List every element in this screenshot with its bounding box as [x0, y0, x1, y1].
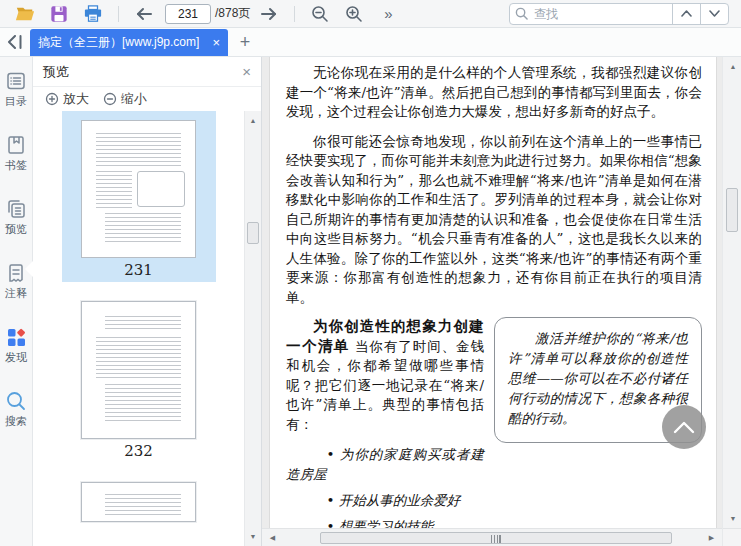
chevron-double-right-icon: »: [384, 6, 392, 21]
open-file-button[interactable]: [13, 2, 37, 26]
tab-title: 搞定（全三册）[www.j9p.com]: [38, 34, 206, 51]
document-view: 无论你现在采用的是什么样的个人管理系统，我都强烈建议你创建一个“将来/也许”清单…: [262, 57, 722, 546]
document-page: 无论你现在采用的是什么样的个人管理系统，我都强烈建议你创建一个“将来/也许”清单…: [270, 57, 716, 528]
horizontal-scrollbar[interactable]: ◀ ▶: [262, 528, 722, 546]
find-previous-button[interactable]: [673, 4, 700, 24]
page-number-input[interactable]: [165, 4, 211, 24]
floppy-save-icon: [50, 5, 68, 23]
zoom-in-button[interactable]: [342, 2, 366, 26]
vertical-scrollbar[interactable]: ▲ ▼: [722, 57, 741, 546]
active-panel-notch: [25, 261, 33, 277]
more-tools-button[interactable]: »: [376, 2, 400, 26]
sidebar-item-label: 目录: [5, 94, 27, 109]
zoom-out-label: 缩小: [121, 90, 147, 108]
arrow-left-icon: [135, 7, 153, 21]
close-icon[interactable]: ×: [242, 64, 251, 79]
sidebar-item-search[interactable]: 搜索: [0, 390, 32, 446]
toc-icon: [5, 70, 27, 92]
magnifier-minus-icon: [311, 5, 329, 23]
collapse-tabs-button[interactable]: [0, 28, 30, 56]
navigation-sidebar: 目录 书签 预览: [0, 57, 33, 546]
scroll-down-arrow[interactable]: ▼: [245, 529, 261, 544]
search-icon: [510, 4, 532, 24]
annotation-page-icon: [5, 262, 27, 284]
list-item: 想要学习的技能: [286, 516, 702, 528]
page-total-label: /878页: [215, 5, 250, 22]
preview-panel-title: 预览: [43, 63, 242, 81]
thumbnail-page-image: [81, 482, 196, 522]
sidebar-item-preview[interactable]: 预览: [0, 198, 32, 254]
preview-panel-header: 预览 ×: [33, 57, 261, 87]
thumbnail-item[interactable]: 232: [62, 292, 216, 463]
scrollbar-corner: [723, 528, 741, 546]
sidebar-item-label: 书签: [5, 158, 27, 173]
thumbnail-zoom-out-button[interactable]: 缩小: [103, 90, 147, 108]
scroll-right-arrow[interactable]: ▶: [703, 530, 720, 546]
toolbar-separator: [294, 6, 295, 22]
preview-pages-icon: [5, 198, 27, 220]
sidebar-item-label: 注释: [5, 286, 27, 301]
new-tab-button[interactable]: +: [228, 28, 262, 56]
circle-plus-icon: [45, 92, 59, 106]
thumbnail-page-number: 231: [62, 261, 216, 279]
back-to-top-button[interactable]: [662, 405, 706, 449]
print-button[interactable]: [81, 2, 105, 26]
paragraph: 你很可能还会惊奇地发现，你以前列在这个清单上的一些事情已经快要实现了，而你可能并…: [286, 132, 702, 308]
find-bar: [509, 3, 729, 25]
chevron-down-icon: [709, 10, 720, 17]
tab-bar: 搞定（全三册）[www.j9p.com] × +: [0, 28, 741, 57]
printer-icon: [83, 5, 103, 23]
zoom-in-label: 放大: [63, 90, 89, 108]
preview-panel: 预览 × 放大 缩小: [33, 57, 262, 546]
list-item: 为你的家庭购买或者建造房屋: [286, 444, 484, 484]
arrow-right-icon: [260, 7, 278, 21]
scroll-left-arrow[interactable]: ◀: [264, 530, 281, 546]
sidebar-item-discover[interactable]: 发现: [0, 326, 32, 382]
save-button[interactable]: [47, 2, 71, 26]
sidebar-item-label: 搜索: [5, 414, 27, 429]
sidebar-item-label: 发现: [5, 350, 27, 365]
sidebar-item-label: 预览: [5, 222, 27, 237]
thumbnail-list: 231 232: [33, 111, 244, 546]
thumbnail-page-image: [81, 120, 196, 258]
preview-toolbar: 放大 缩小: [33, 87, 261, 111]
scrollbar-thumb[interactable]: [320, 532, 672, 544]
section-paragraph: 为你创造性的想象力创建一个清单 当你有了时间、金钱和机会，你都希望做哪些事情呢？…: [286, 317, 484, 434]
tab-close-icon[interactable]: ×: [212, 36, 220, 49]
circle-minus-icon: [103, 92, 117, 106]
thumbnail-zoom-in-button[interactable]: 放大: [45, 90, 89, 108]
scroll-up-arrow[interactable]: ▲: [725, 59, 741, 74]
sidebar-item-bookmarks[interactable]: 书签: [0, 134, 32, 190]
page-content: 无论你现在采用的是什么样的个人管理系统，我都强烈建议你创建一个“将来/也许”清单…: [270, 57, 716, 528]
previous-page-button[interactable]: [132, 2, 156, 26]
folder-open-icon: [15, 5, 35, 23]
chevron-left-bar-icon: [7, 35, 23, 49]
find-input[interactable]: [532, 7, 672, 21]
next-page-button[interactable]: [257, 2, 281, 26]
find-next-button[interactable]: [701, 4, 728, 24]
toolbar-separator: [118, 6, 119, 22]
thumbnail-item[interactable]: [62, 473, 216, 525]
scrollbar-thumb[interactable]: [726, 188, 738, 232]
scroll-down-arrow[interactable]: ▼: [725, 511, 741, 526]
zoom-out-button[interactable]: [308, 2, 332, 26]
section-left-column: 为你创造性的想象力创建一个清单 当你有了时间、金钱和机会，你都希望做哪些事情呢？…: [286, 317, 484, 484]
preview-scrollbar[interactable]: ▲ ▼: [244, 111, 261, 546]
thumbnail-item[interactable]: 231: [62, 111, 216, 282]
thumbnail-page-image: [81, 301, 196, 439]
scroll-up-arrow[interactable]: ▲: [245, 113, 261, 128]
discover-grid-icon: [5, 326, 27, 348]
chevron-up-icon: [673, 421, 695, 434]
paragraph: 无论你现在采用的是什么样的个人管理系统，我都强烈建议你创建一个“将来/也许”清单…: [286, 63, 702, 122]
workspace: 目录 书签 预览: [0, 57, 741, 546]
bookmark-icon: [5, 134, 27, 156]
search-icon: [5, 390, 27, 412]
scrollbar-grip: [491, 535, 502, 543]
thumbnail-page-number: 232: [62, 442, 216, 460]
sidebar-item-toc[interactable]: 目录: [0, 70, 32, 126]
magnifier-plus-icon: [345, 5, 363, 23]
list-item: 开始从事的业余爱好: [286, 490, 702, 510]
section-row: 为你创造性的想象力创建一个清单 当你有了时间、金钱和机会，你都希望做哪些事情呢？…: [286, 317, 702, 484]
document-tab[interactable]: 搞定（全三册）[www.j9p.com] ×: [30, 29, 228, 56]
scrollbar-thumb[interactable]: [247, 222, 259, 244]
